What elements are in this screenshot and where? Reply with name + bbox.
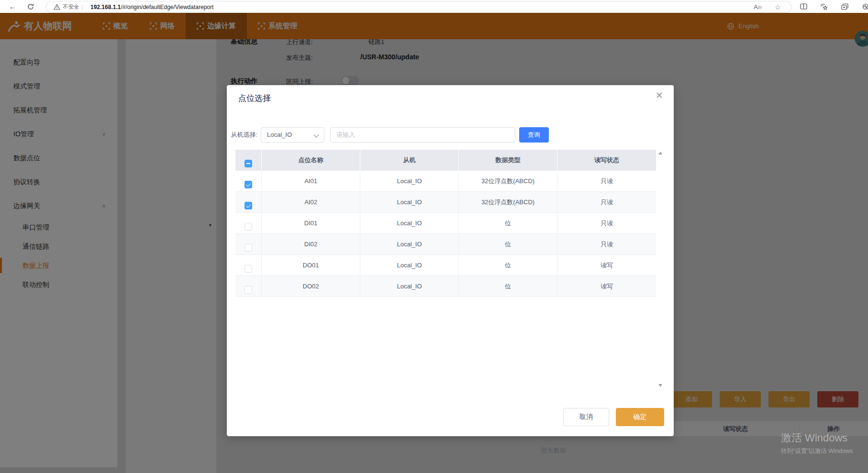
point-select-dialog: 点位选择 ✕ 从机选择: Local_IO 请输入 查询 点位名称从机数据类型读…: [227, 85, 674, 436]
cell-slave: Local_IO: [360, 213, 459, 234]
cell-data-type: 位: [459, 234, 557, 255]
confirm-button[interactable]: 确定: [616, 408, 664, 426]
read-aloud-icon[interactable]: A))): [754, 1, 762, 12]
row-checkbox[interactable]: [245, 202, 252, 209]
cell-data-type: 位: [459, 276, 557, 297]
cell-rw-status: 只读: [557, 171, 656, 192]
cell-point-name: DO02: [262, 276, 360, 297]
column-header-2: 数据类型: [459, 150, 557, 171]
cell-rw-status: 只读: [557, 192, 656, 213]
warning-icon: [54, 4, 60, 10]
cell-slave: Local_IO: [360, 234, 459, 255]
slave-select[interactable]: Local_IO: [261, 127, 324, 143]
scroll-up-icon[interactable]: [658, 152, 662, 154]
address-bar[interactable]: 不安全 | 192.168.1.1/#/origin/defaultEdge/V…: [46, 1, 791, 13]
cell-slave: Local_IO: [360, 192, 459, 213]
chevron-down-icon: [313, 132, 319, 137]
cell-point-name: DO01: [262, 255, 360, 276]
cell-slave: Local_IO: [360, 255, 459, 276]
watermark-line2: 转到“设置”以激活 Windows: [781, 447, 853, 455]
windows-watermark: 激活 Windows 转到“设置”以激活 Windows: [781, 431, 853, 455]
address-divider: |: [82, 3, 83, 11]
close-icon[interactable]: ✕: [656, 91, 663, 100]
browser-extra-icon[interactable]: [860, 0, 868, 13]
watermark-line1: 激活 Windows: [781, 431, 853, 445]
cell-point-name: AI02: [262, 192, 360, 213]
cell-rw-status: 只读: [557, 234, 656, 255]
refresh-icon[interactable]: [25, 0, 36, 13]
cell-point-name: DI01: [262, 213, 360, 234]
cell-data-type: 位: [459, 213, 557, 234]
table-header-row: 点位名称从机数据类型读写状态: [235, 150, 656, 171]
row-checkbox[interactable]: [245, 244, 252, 252]
cell-rw-status: 读写: [557, 276, 656, 297]
column-header-3: 读写状态: [557, 150, 656, 171]
collections-icon[interactable]: [818, 0, 829, 13]
table-row-AI02[interactable]: AI02Local_IO32位浮点数(ABCD)只读: [235, 192, 656, 213]
security-label: 不安全: [63, 3, 79, 11]
query-button[interactable]: 查询: [519, 127, 549, 143]
column-header-0: 点位名称: [262, 150, 360, 171]
table-row-DI01[interactable]: DI01Local_IO位只读: [235, 213, 656, 234]
copy-link-icon[interactable]: [839, 0, 850, 13]
select-all-checkbox[interactable]: [245, 160, 252, 167]
column-header-1: 从机: [360, 150, 459, 171]
table-row-DI02[interactable]: DI02Local_IO位只读: [235, 234, 656, 255]
cell-slave: Local_IO: [360, 276, 459, 297]
cell-point-name: DI02: [262, 234, 360, 255]
cell-slave: Local_IO: [360, 171, 459, 192]
table-row-AI01[interactable]: AI01Local_IO32位浮点数(ABCD)只读: [235, 171, 656, 192]
cell-point-name: AI01: [262, 171, 360, 192]
row-checkbox[interactable]: [245, 181, 252, 188]
back-icon[interactable]: ←: [7, 0, 18, 13]
screen: ← 不安全 | 192.168.1.1/#/origin/defaultEdge…: [0, 0, 868, 473]
search-input[interactable]: 请输入: [330, 127, 515, 143]
cell-rw-status: 读写: [557, 255, 656, 276]
table-row-DO02[interactable]: DO02Local_IO位读写: [235, 276, 656, 297]
cell-data-type: 32位浮点数(ABCD): [459, 171, 557, 192]
row-checkbox[interactable]: [245, 286, 252, 294]
browser-toolbar: ← 不安全 | 192.168.1.1/#/origin/defaultEdge…: [0, 0, 868, 13]
dialog-title: 点位选择: [238, 93, 271, 104]
split-screen-icon[interactable]: [798, 0, 809, 13]
site-security[interactable]: 不安全 |: [54, 1, 83, 12]
slave-select-value: Local_IO: [267, 131, 292, 138]
table-scrollbar[interactable]: [657, 150, 664, 389]
cancel-button[interactable]: 取消: [563, 408, 609, 426]
cell-data-type: 32位浮点数(ABCD): [459, 192, 557, 213]
table-row-DO01[interactable]: DO01Local_IO位读写: [235, 255, 656, 276]
url-text[interactable]: 192.168.1.1/#/origin/defaultEdge/Viewdat…: [90, 1, 213, 12]
scroll-down-icon[interactable]: [658, 384, 662, 387]
table-body: AI01Local_IO32位浮点数(ABCD)只读AI02Local_IO32…: [235, 171, 656, 297]
row-checkbox[interactable]: [245, 223, 252, 231]
favorite-star-icon[interactable]: ☆: [775, 1, 781, 12]
row-checkbox[interactable]: [245, 265, 252, 273]
cell-rw-status: 只读: [557, 213, 656, 234]
slave-select-label: 从机选择:: [228, 127, 257, 143]
select-all-cell: [235, 150, 262, 171]
cell-data-type: 位: [459, 255, 557, 276]
